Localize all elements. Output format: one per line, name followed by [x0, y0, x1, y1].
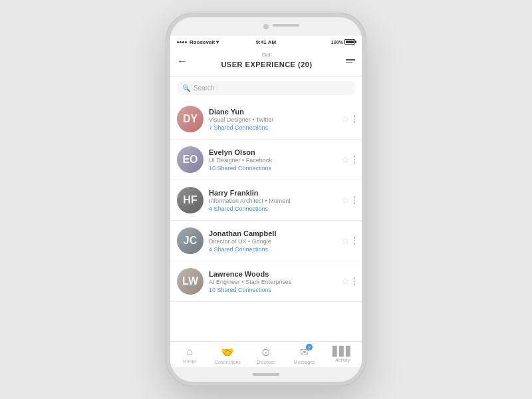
nav-label: Discover: [257, 360, 275, 364]
nav-badge-wrapper: ✉ 10: [300, 346, 309, 358]
person-name: Harry Franklin: [209, 189, 336, 197]
battery-percent: 100%: [331, 40, 343, 45]
more-button[interactable]: [354, 115, 356, 123]
battery-icon: [344, 39, 355, 45]
filter-line-2: [346, 62, 352, 63]
person-name: Lawrence Woods: [209, 270, 336, 278]
nav-item-messages[interactable]: ✉ 10 Messages: [285, 346, 324, 364]
person-connections: 10 Shared Connections: [209, 287, 336, 293]
avatar-initials: JC: [177, 227, 203, 254]
header-center: Skill USER EXPERIENCE (20): [188, 52, 346, 70]
avatar: EO: [177, 146, 203, 173]
more-dot-2: [354, 118, 356, 120]
signal-dot-2: [180, 41, 182, 43]
avatar: LW: [177, 268, 203, 295]
star-button[interactable]: ☆: [341, 235, 350, 246]
page-title: USER EXPERIENCE (20): [221, 61, 312, 68]
avatar: JC: [177, 227, 203, 254]
phone-frame: Roosevelt ▾ 9:41 AM 100% ← Skill USER EX…: [166, 13, 366, 386]
avatar-initials: HF: [177, 187, 203, 213]
nav-label: Messages: [294, 360, 315, 364]
nav-item-activity[interactable]: ▋▋▋ Activity: [323, 346, 362, 364]
more-dot-2: [354, 159, 356, 161]
status-bar: Roosevelt ▾ 9:41 AM 100%: [170, 36, 362, 48]
list-item[interactable]: EO Evelyn Olson UI Designer • Facebook 1…: [170, 140, 362, 180]
search-bar[interactable]: 🔍 Search: [177, 81, 355, 95]
avatar-initials: DY: [177, 106, 203, 132]
more-button[interactable]: [354, 196, 356, 204]
person-connections: 4 Shared Connections: [209, 246, 336, 253]
header-top: ← Skill USER EXPERIENCE (20): [177, 52, 355, 70]
more-dot-3: [354, 121, 356, 123]
status-bar-right: 100%: [331, 39, 355, 45]
phone-screen: Roosevelt ▾ 9:41 AM 100% ← Skill USER EX…: [170, 36, 362, 367]
more-dot-1: [354, 277, 356, 279]
more-dot-3: [354, 283, 356, 285]
person-connections: 10 Shared Connections: [209, 165, 336, 172]
nav-label: Home: [183, 359, 196, 364]
signal-dot-1: [177, 41, 179, 43]
more-button[interactable]: [354, 237, 356, 245]
list-item[interactable]: DY Diane Yun Visual Designer • Twitter 7…: [170, 99, 362, 140]
star-button[interactable]: ☆: [341, 114, 350, 124]
person-role: Director of UX • Google: [209, 238, 336, 245]
list-item[interactable]: LW Lawrence Woods AI Engineer • Stark En…: [170, 261, 362, 302]
signal-dot-3: [182, 41, 184, 43]
more-dot-2: [354, 200, 356, 201]
person-list: DY Diane Yun Visual Designer • Twitter 7…: [170, 99, 362, 341]
person-role: UI Designer • Facebook: [209, 157, 336, 164]
back-button[interactable]: ←: [177, 55, 188, 67]
more-dot-2: [354, 281, 356, 283]
person-actions: ☆: [341, 154, 356, 165]
more-dot-1: [354, 156, 356, 158]
more-dot-1: [354, 115, 356, 117]
battery-fill: [346, 41, 354, 43]
person-connections: 7 Shared Connections: [209, 124, 336, 131]
person-info: Evelyn Olson UI Designer • Facebook 10 S…: [209, 148, 336, 172]
search-icon: 🔍: [182, 84, 190, 92]
nav-item-home[interactable]: ⌂ Home: [170, 346, 209, 364]
app-header: ← Skill USER EXPERIENCE (20): [170, 48, 362, 77]
person-name: Diane Yun: [209, 108, 336, 116]
list-item[interactable]: JC Jonathan Campbell Director of UX • Go…: [170, 221, 362, 261]
person-info: Diane Yun Visual Designer • Twitter 7 Sh…: [209, 108, 336, 131]
person-info: Jonathan Campbell Director of UX • Googl…: [209, 229, 336, 253]
wifi-icon: ▾: [216, 39, 219, 45]
person-info: Lawrence Woods AI Engineer • Stark Enter…: [209, 270, 336, 293]
list-item[interactable]: HF Harry Franklin Information Architect …: [170, 180, 362, 221]
person-role: Visual Designer • Twitter: [209, 116, 336, 123]
filter-line-1: [346, 59, 355, 61]
bottom-nav: ⌂ Home 🤝 Connections ⊙ Discover ✉ 10 Mes…: [170, 341, 362, 367]
nav-icon: 🤝: [221, 346, 234, 358]
avatar: HF: [177, 187, 203, 213]
person-info: Harry Franklin Information Architect • M…: [209, 189, 336, 212]
carrier-name: Roosevelt: [190, 39, 215, 45]
avatar-initials: EO: [177, 146, 203, 173]
skill-label: Skill: [188, 52, 346, 58]
person-actions: ☆: [341, 114, 356, 124]
nav-item-discover[interactable]: ⊙ Discover: [247, 346, 285, 364]
nav-label: Activity: [335, 358, 350, 362]
filter-button[interactable]: [346, 59, 355, 63]
nav-label: Connections: [215, 360, 241, 364]
person-role: Information Architect • Moment: [209, 198, 336, 204]
person-name: Evelyn Olson: [209, 148, 336, 156]
person-actions: ☆: [341, 276, 356, 287]
star-button[interactable]: ☆: [341, 276, 350, 287]
nav-icon: ⊙: [261, 346, 270, 358]
home-indicator: [253, 373, 279, 376]
more-dot-1: [354, 196, 356, 198]
more-button[interactable]: [354, 277, 356, 285]
avatar-initials: LW: [177, 268, 203, 295]
more-dot-3: [354, 243, 356, 245]
signal-dot-4: [185, 41, 187, 43]
nav-item-connections[interactable]: 🤝 Connections: [209, 346, 247, 364]
more-dot-2: [354, 240, 356, 242]
status-bar-left: Roosevelt ▾: [177, 39, 219, 45]
nav-badge: 10: [306, 344, 313, 350]
more-button[interactable]: [354, 156, 356, 164]
search-placeholder: Search: [194, 84, 215, 92]
signal-dots: [177, 41, 187, 43]
star-button[interactable]: ☆: [341, 154, 350, 165]
star-button[interactable]: ☆: [341, 195, 350, 205]
